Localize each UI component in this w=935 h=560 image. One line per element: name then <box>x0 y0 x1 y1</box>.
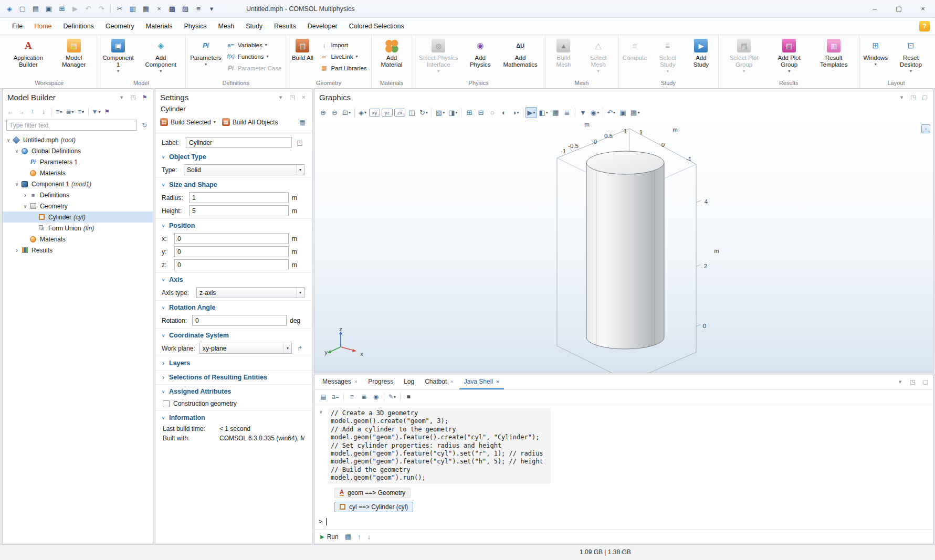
livelink-button[interactable]: ∞ LiveLink ▾ <box>320 51 366 61</box>
float-panel-icon[interactable]: ◳ <box>288 93 297 102</box>
expander-icon[interactable]: › <box>22 193 29 198</box>
select-study-button[interactable]: ≡ Select Study ▾ <box>649 35 686 78</box>
tree-item-results[interactable]: › Results <box>3 245 153 256</box>
clipping-icon[interactable]: ◑▾ <box>510 107 521 118</box>
menu-tab-study[interactable]: Study <box>240 18 268 34</box>
forward-icon[interactable]: → <box>17 107 26 117</box>
snapshot-icon[interactable]: ▣ <box>617 107 628 118</box>
build-mesh-button[interactable]: ▲ Build Mesh <box>547 35 580 78</box>
section-header-assigned-attributes[interactable]: ∨ Assigned Attributes <box>155 385 312 397</box>
filter-icon[interactable]: ▼▾ <box>91 107 101 117</box>
expander-icon[interactable]: ∨ <box>13 182 20 187</box>
scroll-lock-icon[interactable]: ◉ <box>371 392 381 402</box>
expander-icon[interactable]: › <box>13 248 20 253</box>
scene-appearance-icon[interactable]: ▧▾ <box>434 107 446 118</box>
object-type-select[interactable]: Solid ▾ <box>184 164 304 175</box>
help-icon[interactable]: ? <box>919 21 930 31</box>
build-selected-button[interactable]: ▤ Build Selected ▾ <box>160 118 216 126</box>
shell-prompt-row[interactable]: > <box>319 518 928 525</box>
minimize-button[interactable]: – <box>863 0 887 17</box>
deselect-box-icon[interactable]: ⊟ <box>475 107 486 118</box>
section-header-axis[interactable]: ∨ Axis <box>155 273 312 285</box>
save-as-icon[interactable]: ⊞ <box>56 3 68 15</box>
paste-icon[interactable]: ▦ <box>140 3 152 15</box>
menu-tab-mesh[interactable]: Mesh <box>213 18 240 34</box>
radius-input[interactable] <box>189 192 289 203</box>
tree-item-form-union[interactable]: Form Union (fin) <box>3 223 153 234</box>
select-box-icon[interactable]: ⊞ <box>464 107 475 118</box>
zoom-out-icon[interactable]: ⊖ <box>329 107 340 118</box>
graphics-canvas[interactable]: m -1 -0.5 0 0.5 1 1 0 -1 m 4 m 2 0 <box>314 120 933 373</box>
add-material-button[interactable]: Add Material <box>373 35 410 78</box>
dock-sidebar-icon[interactable]: › <box>921 124 930 133</box>
pin-node-icon[interactable]: ⚑ <box>102 107 112 117</box>
split-vertical-icon[interactable]: ▦ <box>550 107 561 118</box>
z-input[interactable] <box>174 259 289 270</box>
panel-menu-chevron-icon[interactable]: ▾ <box>897 93 906 102</box>
compute-button[interactable]: = Compute <box>620 35 649 78</box>
view-grid-icon[interactable]: ▶▾ <box>526 107 537 118</box>
close-tab-icon[interactable]: × <box>450 379 453 384</box>
add-physics-button[interactable]: ◉ Add Physics <box>463 35 497 78</box>
build-all-button[interactable]: ▤ Build All <box>288 35 317 78</box>
open-file-icon[interactable]: ▤ <box>29 3 42 15</box>
add-study-button[interactable]: ▶ Add Study <box>686 35 716 78</box>
collapse-entries-icon[interactable]: ≡ <box>346 392 357 402</box>
split-horizontal-icon[interactable]: ◧▾ <box>538 107 550 118</box>
menu-tab-results[interactable]: Results <box>268 18 302 34</box>
redo-icon[interactable]: ↷ <box>95 3 108 15</box>
cut-icon[interactable]: ✂ <box>113 3 126 15</box>
move-up-icon[interactable]: ↑ <box>28 107 37 117</box>
tree-item-materials-component[interactable]: Materials <box>3 234 153 245</box>
run-button[interactable]: ▶ Run <box>320 533 339 541</box>
refresh-view-icon[interactable]: ↻▾ <box>418 107 429 118</box>
tree-expand-options-icon[interactable]: ≣▾ <box>65 107 75 117</box>
go-to-default-view-icon[interactable]: ◈▾ <box>357 107 368 118</box>
variables-button[interactable]: a= Variables ▾ <box>227 40 282 50</box>
save-icon[interactable]: ▣ <box>43 3 55 15</box>
table-view-icon[interactable]: ≣ <box>562 107 573 118</box>
section-header-information[interactable]: ∨ Information <box>155 411 312 423</box>
tree-filter-input[interactable] <box>6 120 137 131</box>
axis-type-select[interactable]: z-axis ▾ <box>196 287 304 298</box>
menu-tab-home[interactable]: Home <box>28 18 57 34</box>
refresh-icon[interactable]: ↻ <box>140 120 149 130</box>
expander-icon[interactable]: ∨ <box>22 204 29 209</box>
section-header-selections[interactable]: › Selections of Resulting Entities <box>155 371 312 383</box>
tree-item-geometry[interactable]: ∨ Geometry <box>3 200 153 212</box>
menu-tab-developer[interactable]: Developer <box>302 18 343 34</box>
zoom-extents-icon[interactable]: ⊡▾ <box>341 107 352 118</box>
close-button[interactable]: × <box>911 0 935 17</box>
menu-tab-physics[interactable]: Physics <box>178 18 212 34</box>
functions-button[interactable]: f(x) Functions ▾ <box>227 51 282 61</box>
component-1-button[interactable]: ▣ Component 1 ▾ <box>99 35 138 78</box>
pin-icon[interactable]: ⚑ <box>140 93 149 102</box>
tab-messages[interactable]: Messages × <box>318 375 362 389</box>
go-to-yz-view-icon[interactable]: yz <box>382 109 393 117</box>
tree-item-materials-global[interactable]: Materials <box>3 167 153 178</box>
camera-movie-icon[interactable]: ◫ <box>406 107 417 118</box>
model-library-icon[interactable]: ▨ <box>179 3 192 15</box>
section-header-position[interactable]: ∨ Position <box>155 219 312 231</box>
select-mesh-button[interactable]: △ Select Mesh ▾ <box>580 35 616 78</box>
import-button[interactable]: ↓ Import <box>320 40 366 50</box>
new-file-icon[interactable]: ▢ <box>16 3 29 15</box>
select-physics-interface-button[interactable]: ◎ Select Physics Interface ▾ <box>414 35 463 78</box>
float-panel-icon[interactable]: ◳ <box>908 377 917 386</box>
construction-geometry-checkbox[interactable] <box>163 400 170 407</box>
add-component-button[interactable]: ◈ Add Component ▾ <box>138 35 184 78</box>
tree-item-root[interactable]: ∨ Untitled.mph (root) <box>3 134 153 145</box>
tree-item-cylinder[interactable]: Cylinder (cyl) <box>3 212 153 223</box>
select-plot-group-button[interactable]: ▤ Select Plot Group ▾ <box>720 35 768 78</box>
menu-tab-colored-selections[interactable]: Colored Selections <box>343 18 410 34</box>
run-icon[interactable]: ▶ <box>69 3 81 15</box>
previous-command-icon[interactable]: ↑ <box>358 533 361 541</box>
fold-chevron-icon[interactable]: ∨ <box>319 409 323 415</box>
tree-item-global-definitions[interactable]: ∨ Global Definitions <box>3 145 153 156</box>
reset-desktop-button[interactable]: ⊡ Reset Desktop ▾ <box>890 35 931 78</box>
delete-icon[interactable]: × <box>153 3 165 15</box>
next-command-icon[interactable]: ↓ <box>367 533 371 541</box>
tab-java-shell[interactable]: Java Shell × <box>459 375 505 389</box>
expand-entries-icon[interactable]: ≣ <box>359 392 369 402</box>
close-panel-icon[interactable]: × <box>299 93 308 102</box>
